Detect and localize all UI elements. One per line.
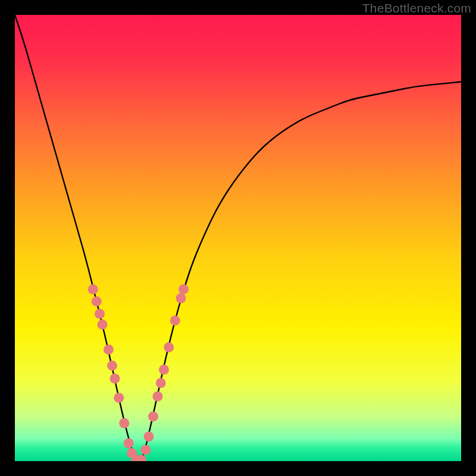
watermark-text: TheBottleneck.com — [362, 1, 471, 15]
chart-frame: TheBottleneck.com — [0, 0, 476, 476]
curve-marker — [153, 392, 163, 402]
curve-marker — [156, 378, 166, 388]
curve-marker — [178, 284, 189, 295]
curve-marker — [159, 365, 169, 375]
curve-marker — [170, 315, 180, 325]
plot-area — [15, 15, 461, 461]
curve-marker — [144, 431, 154, 441]
curve-marker — [92, 296, 102, 306]
curve-marker — [114, 393, 124, 403]
bottleneck-curve — [15, 15, 461, 461]
curve-layer — [15, 15, 461, 461]
curve-marker — [88, 284, 98, 295]
curve-marker — [124, 439, 134, 449]
curve-marker — [164, 342, 174, 352]
curve-marker — [110, 374, 120, 384]
curve-markers — [88, 284, 189, 461]
curve-marker — [95, 309, 105, 319]
curve-marker — [98, 320, 108, 330]
curve-marker — [104, 345, 114, 355]
curve-marker — [140, 445, 151, 455]
curve-marker — [119, 418, 129, 428]
curve-marker — [176, 293, 186, 303]
curve-marker — [148, 412, 158, 422]
curve-marker — [107, 361, 117, 371]
